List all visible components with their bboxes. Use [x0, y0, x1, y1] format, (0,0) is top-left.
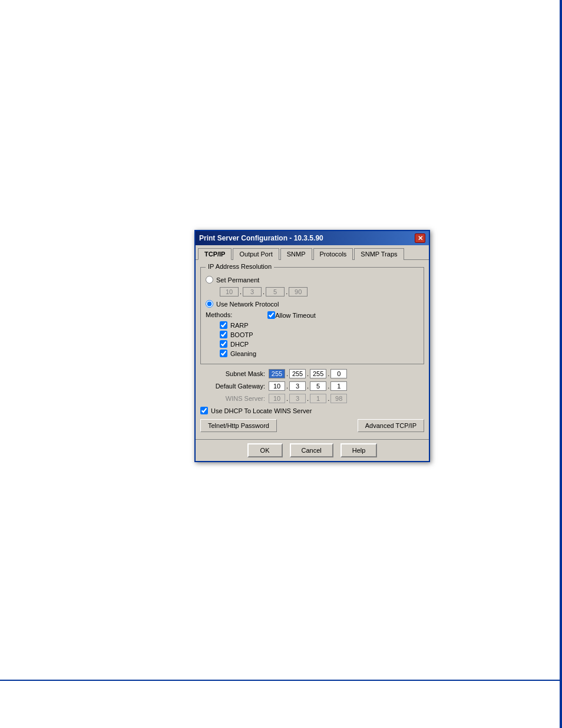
permanent-ip-oct4 [289, 287, 308, 297]
tab-protocols[interactable]: Protocols [313, 248, 353, 260]
print-server-config-dialog: Print Server Configuration - 10.3.5.90 ✕… [194, 230, 430, 462]
wins-server-row: WINS Server: . . . [200, 394, 424, 403]
subnet-oct4[interactable] [330, 369, 347, 378]
protocol-checkboxes: RARP BOOTP DHCP Gleaning [220, 321, 419, 357]
allow-timeout-checkbox[interactable] [267, 311, 275, 319]
telnet-http-password-button[interactable]: Telnet/Http Password [200, 419, 277, 432]
use-dhcp-wins-label: Use DHCP To Locate WINS Server [211, 407, 312, 414]
dhcp-label: DHCP [230, 341, 249, 348]
gleaning-label: Gleaning [230, 350, 256, 357]
set-permanent-label: Set Permanent [216, 276, 259, 284]
gleaning-checkbox[interactable] [220, 350, 227, 357]
tab-tcpip[interactable]: TCP/IP [198, 248, 232, 260]
default-gateway-row: Default Gateway: . . . [200, 381, 424, 391]
wins-oct2 [289, 394, 306, 403]
ip-address-resolution-group: IP Address Resolution Set Permanent . . … [200, 267, 424, 364]
tab-snmp-traps[interactable]: SNMP Traps [354, 248, 404, 260]
subnet-oct2[interactable] [289, 369, 306, 378]
set-permanent-radio[interactable] [206, 276, 213, 284]
default-gateway-label: Default Gateway: [200, 383, 265, 390]
dhcp-row: DHCP [220, 340, 419, 348]
subnet-mask-label: Subnet Mask: [200, 370, 265, 377]
subnet-oct3[interactable] [310, 369, 326, 378]
ok-button[interactable]: OK [247, 443, 283, 457]
subnet-mask-input: . . . [269, 369, 347, 378]
gateway-oct3[interactable] [310, 381, 326, 391]
subnet-mask-row: Subnet Mask: . . . [200, 369, 424, 378]
tab-bar: TCP/IP Output Port SNMP Protocols SNMP T… [196, 245, 429, 260]
bootp-row: BOOTP [220, 331, 419, 338]
bootp-label: BOOTP [230, 331, 253, 338]
permanent-ip-oct1 [220, 287, 239, 297]
allow-timeout-group: Allow Timeout [267, 311, 315, 319]
wins-server-input: . . . [269, 394, 347, 403]
title-bar: Print Server Configuration - 10.3.5.90 ✕ [196, 231, 429, 245]
dhcp-checkbox[interactable] [220, 340, 227, 348]
cancel-button[interactable]: Cancel [290, 443, 333, 457]
rarp-checkbox[interactable] [220, 321, 227, 329]
tab-snmp[interactable]: SNMP [280, 248, 312, 260]
gateway-oct1[interactable] [269, 381, 285, 391]
use-dhcp-wins-checkbox[interactable] [200, 407, 208, 414]
bottom-bar [0, 680, 562, 681]
tab-output-port[interactable]: Output Port [233, 248, 279, 260]
dialog-footer: OK Cancel Help [196, 439, 429, 461]
allow-timeout-label: Allow Timeout [275, 312, 315, 319]
rarp-row: RARP [220, 321, 419, 329]
use-dhcp-wins-row: Use DHCP To Locate WINS Server [200, 407, 424, 414]
methods-label: Methods: [206, 311, 232, 318]
use-network-row: Use Network Protocol [206, 300, 419, 308]
subnet-oct1[interactable] [269, 369, 285, 378]
close-button[interactable]: ✕ [415, 233, 425, 243]
permanent-ip-group: . . . [220, 287, 419, 297]
gleaning-row: Gleaning [220, 350, 419, 357]
rarp-label: RARP [230, 322, 249, 329]
permanent-ip-oct2 [243, 287, 262, 297]
right-bar [560, 0, 562, 728]
wins-oct1 [269, 394, 285, 403]
group-legend: IP Address Resolution [206, 263, 274, 270]
default-gateway-input: . . . [269, 381, 347, 391]
action-button-row: Telnet/Http Password Advanced TCP/IP [200, 419, 424, 432]
dialog-title: Print Server Configuration - 10.3.5.90 [199, 234, 323, 242]
dialog-content: IP Address Resolution Set Permanent . . … [196, 260, 429, 439]
use-network-radio[interactable] [206, 300, 213, 308]
gateway-oct4[interactable] [330, 381, 347, 391]
set-permanent-row: Set Permanent [206, 276, 419, 284]
help-button[interactable]: Help [340, 443, 378, 457]
permanent-ip-oct3 [266, 287, 285, 297]
wins-server-label: WINS Server: [200, 395, 265, 402]
bootp-checkbox[interactable] [220, 331, 227, 338]
use-network-label: Use Network Protocol [216, 301, 279, 308]
gateway-oct2[interactable] [289, 381, 306, 391]
advanced-tcp-ip-button[interactable]: Advanced TCP/IP [358, 419, 424, 432]
methods-row: Methods: Allow Timeout [206, 311, 419, 319]
wins-oct3 [310, 394, 326, 403]
wins-oct4 [330, 394, 347, 403]
